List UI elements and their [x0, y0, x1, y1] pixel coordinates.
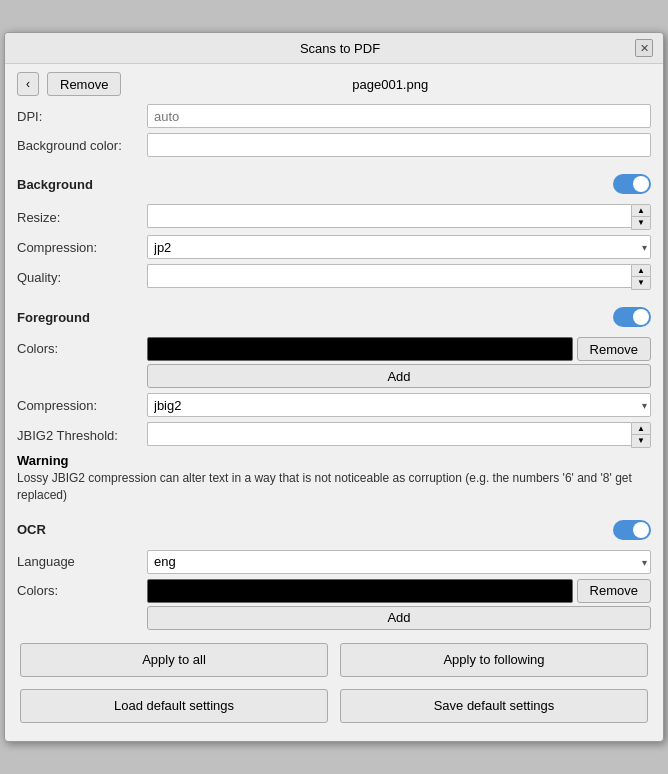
jbig2-decrement[interactable]: ▼	[632, 435, 650, 447]
quality-increment[interactable]: ▲	[632, 265, 650, 277]
quality-decrement[interactable]: ▼	[632, 277, 650, 289]
ocr-language-select-wrap: eng fra deu spa ▾	[147, 550, 651, 574]
dpi-row: DPI:	[17, 104, 651, 128]
main-window: Scans to PDF ✕ ‹ Remove page001.png DPI:…	[4, 32, 664, 742]
background-section-header: Background	[17, 170, 651, 198]
toolbar-row: ‹ Remove page001.png	[17, 72, 651, 96]
remove-page-button[interactable]: Remove	[47, 72, 121, 96]
dpi-input[interactable]	[147, 104, 651, 128]
quality-row: Quality: 50 ▲ ▼	[17, 264, 651, 290]
resize-spinbox: 50% ▲ ▼	[147, 204, 651, 230]
window-title: Scans to PDF	[45, 41, 635, 56]
ocr-language-row: Language eng fra deu spa ▾	[17, 550, 651, 574]
jbig2-row: JBIG2 Threshold: 90% ▲ ▼	[17, 422, 651, 448]
foreground-toggle[interactable]	[613, 307, 651, 327]
fg-color-swatch	[147, 337, 573, 361]
action-row-2: Load default settings Save default setti…	[17, 685, 651, 733]
bg-color-input[interactable]	[147, 133, 651, 157]
foreground-section-header: Foreground	[17, 303, 651, 331]
quality-spinbox: 50 ▲ ▼	[147, 264, 651, 290]
ocr-language-label: Language	[17, 554, 147, 569]
fg-colors-right: Remove Add	[147, 337, 651, 388]
jbig2-label: JBIG2 Threshold:	[17, 428, 147, 443]
ocr-color-swatch	[147, 579, 573, 603]
fg-compression-row: Compression: jbig2 ccitt none ▾	[17, 393, 651, 417]
nav-back-button[interactable]: ‹	[17, 72, 39, 96]
ocr-title: OCR	[17, 522, 46, 537]
fg-compression-select-wrap: jbig2 ccitt none ▾	[147, 393, 651, 417]
background-title: Background	[17, 177, 93, 192]
resize-decrement[interactable]: ▼	[632, 217, 650, 229]
resize-input[interactable]: 50%	[147, 204, 631, 228]
warning-title: Warning	[17, 453, 69, 468]
bg-compression-label: Compression:	[17, 240, 147, 255]
ocr-add-color-button[interactable]: Add	[147, 606, 651, 630]
jbig2-increment[interactable]: ▲	[632, 423, 650, 435]
bg-compression-select-wrap: jp2 jpeg png none ▾	[147, 235, 651, 259]
fg-colors-row: Colors: Remove Add	[17, 337, 651, 388]
resize-label: Resize:	[17, 210, 147, 225]
ocr-colors-right: Remove Add	[147, 579, 651, 630]
ocr-remove-color-button[interactable]: Remove	[577, 579, 651, 603]
dpi-label: DPI:	[17, 109, 147, 124]
quality-label: Quality:	[17, 270, 147, 285]
save-defaults-button[interactable]: Save default settings	[340, 689, 648, 723]
bg-color-row: Background color:	[17, 133, 651, 157]
background-toggle[interactable]	[613, 174, 651, 194]
resize-spin-buttons: ▲ ▼	[631, 204, 651, 230]
action-row-1: Apply to all Apply to following	[17, 635, 651, 685]
apply-all-button[interactable]: Apply to all	[20, 643, 328, 677]
warning-block: Warning Lossy JBIG2 compression can alte…	[17, 453, 651, 508]
apply-following-button[interactable]: Apply to following	[340, 643, 648, 677]
quality-spin-buttons: ▲ ▼	[631, 264, 651, 290]
ocr-section-header: OCR	[17, 516, 651, 544]
fg-color-item: Remove	[147, 337, 651, 361]
fg-colors-label: Colors:	[17, 337, 147, 356]
fg-remove-color-button[interactable]: Remove	[577, 337, 651, 361]
bg-compression-row: Compression: jp2 jpeg png none ▾	[17, 235, 651, 259]
warning-text: Lossy JBIG2 compression can alter text i…	[17, 470, 651, 504]
jbig2-spinbox: 90% ▲ ▼	[147, 422, 651, 448]
jbig2-spin-buttons: ▲ ▼	[631, 422, 651, 448]
ocr-toggle[interactable]	[613, 520, 651, 540]
page-filename: page001.png	[129, 77, 651, 92]
quality-input[interactable]: 50	[147, 264, 631, 288]
jbig2-input[interactable]: 90%	[147, 422, 631, 446]
fg-compression-label: Compression:	[17, 398, 147, 413]
fg-compression-select[interactable]: jbig2 ccitt none	[147, 393, 651, 417]
resize-row: Resize: 50% ▲ ▼	[17, 204, 651, 230]
fg-add-color-button[interactable]: Add	[147, 364, 651, 388]
ocr-colors-label: Colors:	[17, 579, 147, 598]
resize-increment[interactable]: ▲	[632, 205, 650, 217]
close-button[interactable]: ✕	[635, 39, 653, 57]
foreground-title: Foreground	[17, 310, 90, 325]
ocr-color-item: Remove	[147, 579, 651, 603]
bg-compression-select[interactable]: jp2 jpeg png none	[147, 235, 651, 259]
content-area: ‹ Remove page001.png DPI: Background col…	[5, 64, 663, 741]
ocr-colors-row: Colors: Remove Add	[17, 579, 651, 630]
ocr-language-select[interactable]: eng fra deu spa	[147, 550, 651, 574]
titlebar: Scans to PDF ✕	[5, 33, 663, 64]
bg-color-label: Background color:	[17, 138, 147, 153]
load-defaults-button[interactable]: Load default settings	[20, 689, 328, 723]
